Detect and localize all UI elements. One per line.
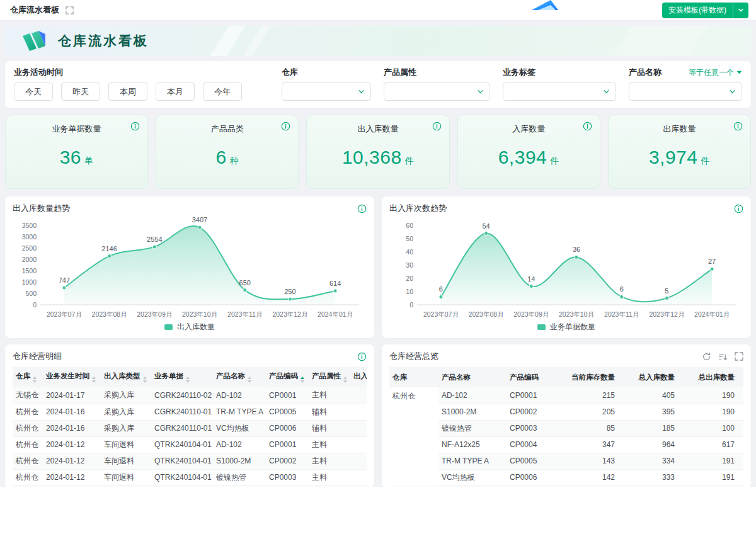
overview-column-header-0[interactable]: 仓库 [389,367,438,387]
detail-column-header-5[interactable]: 产品编码 [266,367,309,387]
kpi-title: 业务单据数量 [52,123,101,135]
fullscreen-icon[interactable] [66,6,74,14]
sort-icon[interactable] [186,377,190,383]
topbar: 仓库流水看板 安装模板(带数据) [0,0,756,21]
table-cell: 车间退料 [101,453,151,469]
table-row[interactable]: S1000-2MCP0002205395190 [389,404,743,420]
table-cell: 采购入库 [101,420,151,436]
data-point-label: 5 [665,287,668,295]
filter-select-3[interactable] [629,82,742,101]
sort-icon[interactable] [33,377,37,383]
table-cell: 杭州仓 [13,469,43,485]
table-row[interactable]: TR-M TYPE ACP0005143334191 [389,453,743,469]
fullscreen-icon[interactable] [735,352,743,361]
overview-column-header-4[interactable]: 总入库数量 [624,367,684,387]
filter-select-2[interactable] [503,82,616,101]
refresh-icon[interactable] [702,352,711,361]
table-cell: VC均热板 [438,469,507,485]
tables-row: 仓库经营明细 仓库业务发生时间出入库类型业务单据产品名称产品编码产品属性出入库数… [5,344,751,487]
table-cell: AD-102 [213,436,266,453]
time-quick-button-3[interactable]: 本月 [156,82,195,101]
x-tick-label: 2024年01月 [694,310,730,318]
operator-label[interactable]: 等于任意一个 [689,67,734,78]
kpi-value: 3,974件 [649,147,710,168]
y-tick-label: 500 [25,290,37,297]
data-point [333,289,337,293]
time-quick-button-1[interactable]: 昨天 [61,82,100,101]
sort-icon[interactable] [92,377,96,383]
detail-column-header-6[interactable]: 产品属性 [309,367,350,387]
chart-legend[interactable]: 出入库数量 [13,322,367,332]
info-icon[interactable] [583,122,592,131]
detail-column-header-0[interactable]: 仓库 [13,367,43,387]
filter-select-1[interactable] [384,82,490,101]
sort-icon[interactable] [248,377,251,383]
overview-column-header-5[interactable]: 总出库数量 [684,367,743,387]
kpi-value: 10,368件 [342,147,414,168]
detail-column-header-7[interactable]: 出入库数量 [350,367,367,387]
sort-settings-icon[interactable] [718,352,728,361]
sort-icon[interactable] [301,377,304,383]
info-icon[interactable] [734,204,743,213]
sort-icon[interactable] [343,377,347,383]
table-cell: 205 [562,404,624,420]
table-row[interactable]: 杭州仓2024-01-12车间退料QTRK240104-01NF-A12x25C… [13,485,367,487]
banner: 仓库流水看板 [5,26,751,56]
filter-group-1: 产品属性 [384,67,490,101]
table-cell: AD-102 [213,387,266,404]
overview-column-header-1[interactable]: 产品名称 [438,367,507,387]
summary-value: 1479 [684,485,743,487]
detail-column-header-1[interactable]: 业务发生时间 [43,367,101,387]
table-cell: 辅料 [309,404,350,420]
floating-badge [530,0,558,10]
install-template-button[interactable]: 安装模板(带数据) [662,3,748,18]
table-cell: 主料 [309,436,350,453]
info-icon[interactable] [733,122,743,131]
time-quick-button-0[interactable]: 今天 [14,82,53,101]
table-row[interactable]: 杭州仓2024-01-12车间退料QTRK240104-01S1000-2MCP… [13,453,367,469]
detail-column-header-4[interactable]: 产品名称 [213,367,266,387]
table-row[interactable]: 杭州仓2024-01-16采购入库CGRK240110-01TR-M TYPE … [13,404,367,420]
info-icon[interactable] [357,352,367,361]
table-cell: 主料 [309,453,350,469]
table-row[interactable]: 杭州仓2024-01-12车间退料QTRK240104-01镀镍热管CP0003… [13,469,367,485]
x-tick-label: 2023年09月 [137,310,172,318]
time-quick-button-2[interactable]: 本周 [108,82,147,101]
table-cell [350,469,367,485]
dashboard-canvas: 仓库流水看板 业务活动时间 今天昨天本周本月今年 仓库产品属性业务标签产品名称等… [0,21,756,487]
filter-select-0[interactable] [282,82,371,101]
overview-column-header-3[interactable]: 当前库存数量 [562,367,624,387]
table-cell: 主料 [309,485,350,487]
install-template-label[interactable]: 安装模板(带数据) [662,5,733,16]
chevron-down-icon[interactable] [733,7,748,13]
overview-column-header-2[interactable]: 产品编码 [507,367,562,387]
table-row[interactable]: 无锡仓2024-01-17采购入库CGRK240110-02AD-102CP00… [13,387,367,404]
table-cell: 617 [684,436,743,453]
table-cell: 车间退料 [101,469,151,485]
y-tick-label: 60 [406,222,413,229]
chart-card-inout-quantity-trend: 出入库数量趋势 05001000150020002500300035002023… [5,196,374,338]
info-icon[interactable] [432,122,442,131]
table-row[interactable]: 镀镍热管CP000385185100 [389,420,743,436]
chart-legend[interactable]: 业务单据数量 [389,322,743,332]
info-icon[interactable] [281,122,290,131]
detail-column-header-2[interactable]: 出入库类型 [101,367,151,387]
time-quick-button-4[interactable]: 今年 [203,82,242,101]
sort-icon[interactable] [143,377,147,383]
filter-group-3: 产品名称等于任意一个 [629,67,742,101]
table-row[interactable]: NF-A12x25CP0004347964617 [389,436,743,453]
info-icon[interactable] [357,204,367,213]
table-cell: CP0006 [507,469,562,485]
x-tick-label: 2023年08月 [469,310,504,318]
table-row[interactable]: 杭州仓2024-01-12车间退料QTRK240104-01AD-102CP00… [13,436,367,453]
page-title: 仓库流水看板 [10,4,59,16]
table-cell: 无锡仓 [13,387,43,404]
table-cell: QTRK240104-01 [151,453,213,469]
table-row[interactable]: VC均热板CP0006142333191 [389,469,743,485]
x-tick-label: 2023年12月 [649,310,684,318]
filter-operator-dropdown[interactable]: 等于任意一个 [689,67,742,78]
info-icon[interactable] [130,122,140,131]
detail-column-header-3[interactable]: 业务单据 [151,367,213,387]
table-row[interactable]: 杭州仓2024-01-16采购入库CGRK240110-01VC均热板CP000… [13,420,367,436]
table-row[interactable]: 杭州仓AD-102CP0001215405190 [389,387,743,404]
